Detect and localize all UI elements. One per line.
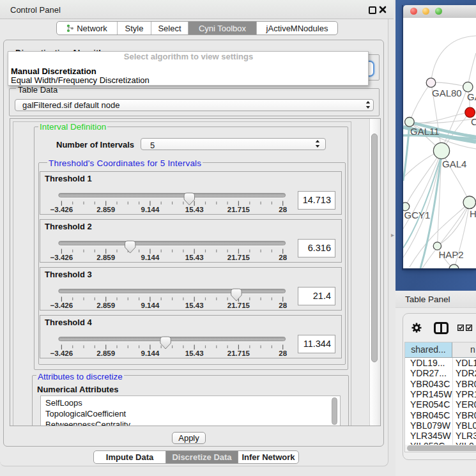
svg-text:−3.426: −3.426 <box>50 254 73 261</box>
svg-text:9.144: 9.144 <box>141 302 160 309</box>
svg-text:−3.426: −3.426 <box>50 302 73 309</box>
svg-text:21.715: 21.715 <box>227 349 250 357</box>
svg-text:GAL4: GAL4 <box>442 158 466 169</box>
svg-text:15.43: 15.43 <box>185 206 204 213</box>
svg-text:28: 28 <box>279 206 287 213</box>
svg-text:28: 28 <box>279 254 287 261</box>
svg-text:21.715: 21.715 <box>227 302 250 309</box>
svg-text:15.43: 15.43 <box>185 302 204 309</box>
svg-text:C: C <box>471 116 476 127</box>
svg-text:28: 28 <box>279 349 287 357</box>
svg-text:9.144: 9.144 <box>141 349 160 357</box>
svg-text:GAL80: GAL80 <box>432 88 462 98</box>
svg-text:2.859: 2.859 <box>96 254 115 261</box>
svg-text:H: H <box>470 208 476 219</box>
svg-text:21.715: 21.715 <box>227 206 250 213</box>
svg-text:2.859: 2.859 <box>96 349 115 357</box>
svg-text:21.715: 21.715 <box>227 254 250 261</box>
svg-text:15.43: 15.43 <box>185 254 204 261</box>
svg-text:2.859: 2.859 <box>96 302 115 309</box>
svg-text:9.144: 9.144 <box>141 254 160 261</box>
svg-text:15.43: 15.43 <box>185 349 204 357</box>
svg-text:2.859: 2.859 <box>96 206 115 213</box>
svg-text:28: 28 <box>279 302 287 309</box>
svg-text:9.144: 9.144 <box>141 206 160 213</box>
svg-text:HAP2: HAP2 <box>439 249 464 260</box>
svg-text:−3.426: −3.426 <box>50 206 73 213</box>
svg-text:GAL3: GAL3 <box>467 91 476 102</box>
svg-text:GCY1: GCY1 <box>404 210 431 220</box>
svg-text:GAL11: GAL11 <box>410 126 440 137</box>
svg-text:−3.426: −3.426 <box>50 349 73 357</box>
